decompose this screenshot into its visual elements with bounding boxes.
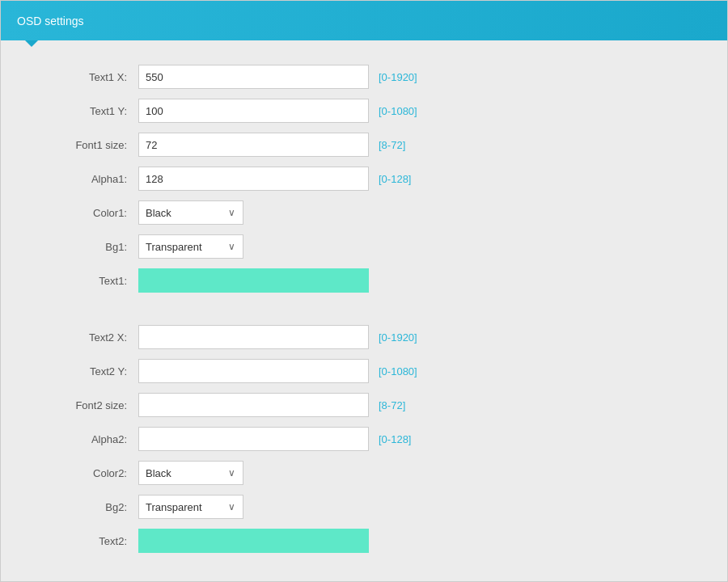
bg2-row: Bg2: Transparent Black White [49, 495, 679, 519]
page-container: OSD settings Text1 X: [0-1920] Text1 Y: … [0, 0, 728, 582]
alpha1-row: Alpha1: [0-128] [49, 167, 679, 191]
text2-label: Text2: [49, 535, 138, 547]
bg2-select[interactable]: Transparent Black White [138, 495, 243, 519]
content-area: Text1 X: [0-1920] Text1 Y: [0-1080] Font… [1, 40, 727, 581]
font2size-row: Font2 size: [8-72] [49, 393, 679, 417]
bg1-row: Bg1: Transparent Black White [49, 234, 679, 259]
text2x-row: Text2 X: [0-1920] [49, 325, 679, 349]
color2-select[interactable]: Black White Red Green Blue Yellow [138, 461, 243, 485]
bg1-label: Bg1: [49, 241, 138, 253]
text1x-row: Text1 X: [0-1920] [49, 65, 679, 89]
color2-label: Color2: [49, 467, 138, 479]
page-title: OSD settings [17, 15, 83, 27]
text1x-input[interactable] [138, 65, 369, 89]
text2y-input[interactable] [138, 359, 369, 383]
section-divider [49, 309, 679, 325]
font2size-input[interactable] [138, 393, 369, 417]
text2y-row: Text2 Y: [0-1080] [49, 359, 679, 383]
header: OSD settings [1, 1, 727, 40]
alpha2-range: [0-128] [379, 433, 411, 445]
text2y-label: Text2 Y: [49, 365, 138, 377]
alpha1-label: Alpha1: [49, 173, 138, 185]
alpha1-range: [0-128] [379, 173, 411, 185]
alpha1-input[interactable] [138, 167, 369, 191]
text1y-label: Text1 Y: [49, 105, 138, 117]
text2x-label: Text2 X: [49, 331, 138, 344]
color1-select[interactable]: Black White Red Green Blue Yellow [138, 200, 243, 225]
font1size-input[interactable] [138, 133, 369, 157]
font1size-range: [8-72] [379, 139, 405, 151]
bg2-label: Bg2: [49, 501, 138, 513]
alpha2-label: Alpha2: [49, 433, 138, 445]
text1x-range: [0-1920] [379, 71, 417, 83]
alpha2-row: Alpha2: [0-128] [49, 427, 679, 451]
text1y-input[interactable] [138, 99, 369, 123]
text2-row: Text2: [49, 529, 679, 553]
text2-bar[interactable] [138, 529, 369, 553]
section1: Text1 X: [0-1920] Text1 Y: [0-1080] Font… [49, 65, 679, 293]
text1-label: Text1: [49, 275, 138, 287]
text1-row: Text1: [49, 268, 679, 293]
color1-label: Color1: [49, 207, 138, 219]
bg2-select-wrapper: Transparent Black White [138, 495, 243, 519]
text1y-row: Text1 Y: [0-1080] [49, 99, 679, 123]
font2size-label: Font2 size: [49, 399, 138, 411]
color2-select-wrapper: Black White Red Green Blue Yellow [138, 461, 243, 485]
text1y-range: [0-1080] [379, 105, 417, 117]
text2x-input[interactable] [138, 325, 369, 349]
bg1-select-wrapper: Transparent Black White [138, 234, 243, 259]
font1size-row: Font1 size: [8-72] [49, 133, 679, 157]
text2y-range: [0-1080] [379, 365, 417, 377]
text2x-range: [0-1920] [379, 331, 417, 344]
section2: Text2 X: [0-1920] Text2 Y: [0-1080] Font… [49, 325, 679, 553]
bg1-select[interactable]: Transparent Black White [138, 234, 243, 259]
color2-row: Color2: Black White Red Green Blue Yello… [49, 461, 679, 485]
color1-row: Color1: Black White Red Green Blue Yello… [49, 200, 679, 225]
text1-bar[interactable] [138, 268, 369, 293]
font2size-range: [8-72] [379, 399, 405, 411]
font1size-label: Font1 size: [49, 139, 138, 151]
alpha2-input[interactable] [138, 427, 369, 451]
color1-select-wrapper: Black White Red Green Blue Yellow [138, 200, 243, 225]
text1x-label: Text1 X: [49, 71, 138, 83]
